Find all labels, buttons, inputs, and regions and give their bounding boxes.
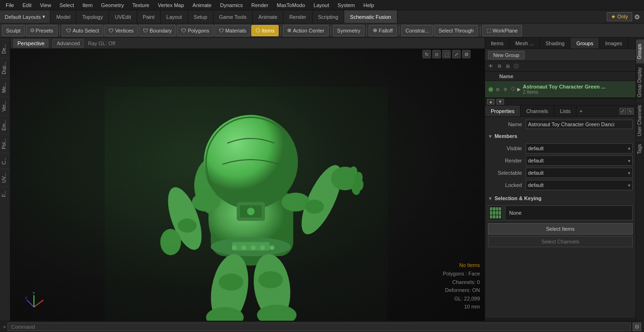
gear-icon[interactable]: ⚙ [634, 13, 640, 21]
viewport-expand-icon[interactable]: ⤢ [452, 50, 461, 58]
group-list-item[interactable]: ⊞ ⚙ ⓘ ▶ Astronaut Toy Character Green ..… [485, 81, 636, 98]
tab-game-tools[interactable]: Game Tools [214, 10, 253, 23]
name-input[interactable] [526, 120, 633, 129]
select-channels-button[interactable]: Select Channels [488, 236, 633, 247]
menu-geometry[interactable]: Geometry [97, 1, 127, 9]
materials-button[interactable]: 🛡 Materials [215, 25, 251, 36]
tab-setup[interactable]: Setup [188, 10, 214, 23]
sidebar-item-uv[interactable]: UV... [0, 169, 10, 186]
menu-item[interactable]: Item [79, 1, 96, 9]
select-items-button[interactable]: Select Items [488, 223, 633, 235]
menu-file[interactable]: File [2, 1, 18, 9]
new-group-button[interactable]: New Group [488, 51, 525, 59]
tab-animate[interactable]: Animate [253, 10, 283, 23]
group-vis-icon[interactable] [487, 86, 495, 93]
locked-dropdown[interactable]: default ▾ [526, 180, 633, 190]
groups-grid-icon[interactable]: ⊞ [504, 63, 512, 70]
viewport-rotate-icon[interactable]: ↻ [422, 50, 431, 58]
sidebar-item-c[interactable]: C... [0, 153, 10, 169]
menu-animate[interactable]: Animate [189, 1, 215, 9]
selectable-dropdown[interactable]: default ▾ [526, 168, 633, 178]
props-tab-properties[interactable]: Properties [485, 105, 520, 116]
items-button[interactable]: ⬡ Items [251, 25, 279, 36]
rpanel-tab-groups[interactable]: Groups [570, 38, 599, 49]
sidebar-item-dup[interactable]: Dup... [0, 57, 10, 78]
far-tab-groups[interactable]: Groups [636, 40, 644, 63]
props-tab-channels[interactable]: Channels [520, 105, 554, 116]
sidebar-item-em[interactable]: Em... [0, 115, 10, 134]
sidebar-item-pol[interactable]: Pol... [0, 134, 10, 153]
sculpt-button[interactable]: Sculpt [2, 25, 25, 36]
tab-layout[interactable]: Layout [161, 10, 188, 23]
star-only-button[interactable]: ★ Only [607, 12, 632, 21]
boundary-button[interactable]: 🛡 Boundary [139, 25, 176, 36]
sidebar-item-f[interactable]: F... [0, 186, 10, 201]
group-expand-icon[interactable]: ▶ [517, 87, 521, 92]
select-through-button[interactable]: Select Through [434, 25, 478, 36]
tab-paint[interactable]: Paint [137, 10, 161, 23]
groups-info-icon[interactable]: ⓘ [512, 63, 520, 70]
menu-help[interactable]: Help [360, 1, 378, 9]
auto-select-button[interactable]: 🛡 Auto Select [62, 25, 103, 36]
props-tab-add[interactable]: + [577, 105, 585, 116]
rpanel-tab-shading[interactable]: Shading [540, 38, 570, 49]
props-expand-icon[interactable]: ⤢ [619, 108, 626, 114]
groups-eye-icon[interactable]: 👁 [487, 63, 495, 70]
render-dropdown[interactable]: default ▾ [526, 155, 633, 166]
far-tab-user-channels[interactable]: User Channels [636, 101, 644, 140]
viewport-tab-advanced[interactable]: Advanced [52, 39, 84, 48]
viewport-3d[interactable]: X Z Y ↻ ⊙ ⬚ ⤢ ⚙ No Items Polygons : Face… [10, 49, 485, 323]
sidebar-item-ver[interactable]: Ver... [0, 97, 10, 115]
menu-layout[interactable]: Layout [310, 1, 333, 9]
menu-system[interactable]: System [334, 1, 359, 9]
sidebar-item-me[interactable]: Me... [0, 78, 10, 97]
tab-model[interactable]: Model [50, 10, 76, 23]
tab-uvedit[interactable]: UVEdit [109, 10, 137, 23]
viewport-frame-icon[interactable]: ⬚ [442, 50, 451, 58]
expand-down-icon[interactable]: ▼ [496, 99, 504, 105]
rpanel-tab-items[interactable]: Items [485, 38, 510, 49]
menu-texture[interactable]: Texture [129, 1, 153, 9]
tab-topology[interactable]: Topology [76, 10, 109, 23]
menu-select[interactable]: Select [56, 1, 78, 9]
presets-button[interactable]: ⊙ Presets [26, 25, 58, 36]
command-input[interactable] [8, 323, 631, 331]
rpanel-tab-images[interactable]: Images [599, 38, 628, 49]
groups-settings-icon[interactable]: ⚙ [495, 63, 503, 70]
members-section-header[interactable]: ▼ Members [488, 131, 633, 141]
far-tab-tags[interactable]: Tags [636, 140, 644, 158]
props-collapse-icon[interactable]: ⤡ [627, 108, 634, 114]
visible-dropdown[interactable]: default ▾ [526, 143, 633, 154]
rpanel-tab-mesh[interactable]: Mesh ... [510, 38, 540, 49]
command-submit-button[interactable]: ⊡ [633, 323, 641, 331]
props-tab-lists[interactable]: Lists [554, 105, 577, 116]
tab-scripting[interactable]: Scripting [313, 10, 345, 23]
viewport-tab-perspective[interactable]: Perspective [13, 39, 49, 48]
menu-view[interactable]: View [36, 1, 55, 9]
viewport-reset-icon[interactable]: ⊙ [432, 50, 441, 58]
constrai-button[interactable]: Constrai... [401, 25, 433, 36]
symmetry-button[interactable]: Symmetry [333, 25, 365, 36]
workplane-button[interactable]: ⬚ WorkPlane [482, 25, 522, 36]
vertices-button[interactable]: 🛡 Vertices [104, 25, 138, 36]
tab-render[interactable]: Render [283, 10, 312, 23]
polygons-button[interactable]: 🛡 Polygons [177, 25, 213, 36]
menu-render[interactable]: Render [248, 1, 272, 9]
menu-maxtomodo[interactable]: MaxToModo [273, 1, 309, 9]
group-icon-a[interactable]: ⊞ [495, 86, 501, 93]
menu-dynamics[interactable]: Dynamics [216, 1, 247, 9]
menu-vertex-map[interactable]: Vertex Map [154, 1, 188, 9]
far-tab-group-display[interactable]: Group Display [636, 63, 644, 101]
viewport-settings-icon[interactable]: ⚙ [462, 50, 471, 58]
group-icon-c[interactable]: ⓘ [510, 86, 516, 93]
menu-edit[interactable]: Edit [19, 1, 35, 9]
action-center-button[interactable]: ⊕ Action Center [283, 25, 329, 36]
expand-up-icon[interactable]: ▲ [487, 99, 495, 105]
group-icon-b[interactable]: ⚙ [502, 86, 509, 93]
falloff-button[interactable]: ⊕ Falloff [369, 25, 397, 36]
sidebar-item-de[interactable]: De... [0, 40, 10, 57]
tab-schematic-fusion[interactable]: Schematic Fusion [344, 10, 397, 23]
layout-dropdown[interactable]: Default Layouts ▾ [0, 10, 50, 23]
keying-grid-icon[interactable] [488, 205, 503, 220]
sel-keying-section-header[interactable]: ▼ Selection & Keying [488, 193, 633, 203]
